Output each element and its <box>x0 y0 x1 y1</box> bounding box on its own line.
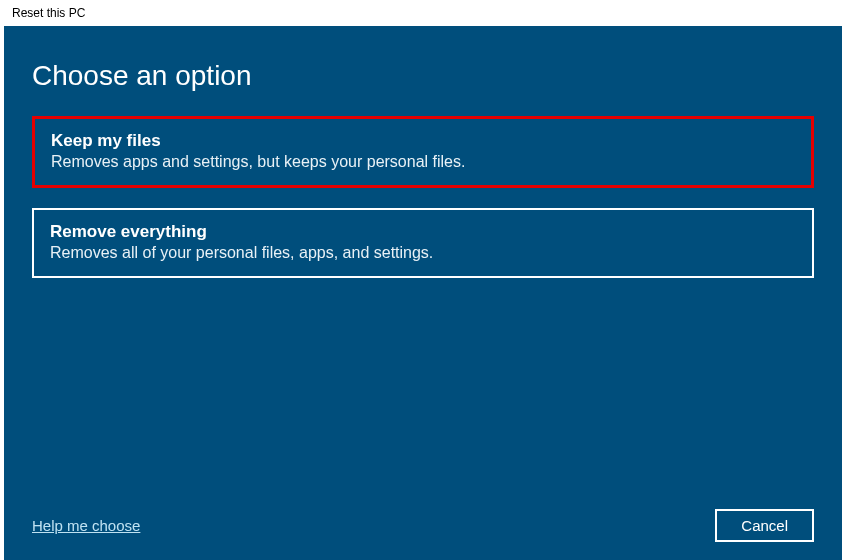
option-keep-desc: Removes apps and settings, but keeps you… <box>51 153 795 171</box>
option-keep-my-files[interactable]: Keep my files Removes apps and settings,… <box>32 116 814 188</box>
help-me-choose-link[interactable]: Help me choose <box>32 517 140 534</box>
window-title: Reset this PC <box>12 6 85 20</box>
main-panel: Choose an option Keep my files Removes a… <box>4 26 842 560</box>
option-keep-title: Keep my files <box>51 131 795 151</box>
window-titlebar: Reset this PC <box>0 0 846 26</box>
page-title: Choose an option <box>4 46 842 116</box>
footer: Help me choose Cancel <box>4 509 842 542</box>
option-remove-everything[interactable]: Remove everything Removes all of your pe… <box>32 208 814 278</box>
option-remove-title: Remove everything <box>50 222 796 242</box>
cancel-button[interactable]: Cancel <box>715 509 814 542</box>
option-remove-desc: Removes all of your personal files, apps… <box>50 244 796 262</box>
options-container: Keep my files Removes apps and settings,… <box>4 116 842 278</box>
